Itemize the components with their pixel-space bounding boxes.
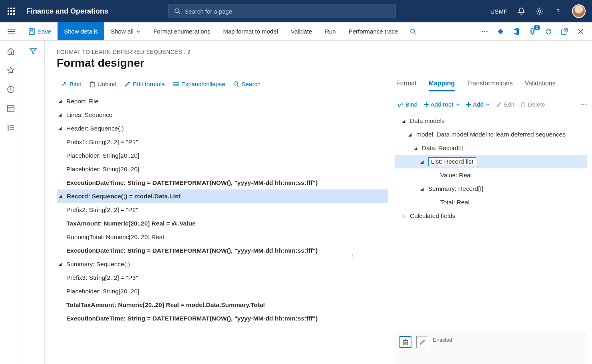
lifecycle-services-button[interactable] xyxy=(496,27,505,36)
app-launcher-button[interactable] xyxy=(0,0,22,22)
tab-validations[interactable]: Validations xyxy=(524,78,555,91)
global-search[interactable] xyxy=(168,4,396,18)
tree-caret-icon: ◢ xyxy=(419,186,425,192)
show-all-button[interactable]: Show all xyxy=(104,22,147,40)
search-icon xyxy=(174,8,181,14)
format-tree-node[interactable]: ExecutionDateTime: String = DATETIMEFORM… xyxy=(57,312,388,325)
tab-mapping[interactable]: Mapping xyxy=(429,78,455,91)
tree-node-label: TotalTaxAmount: Numeric[20..20] Real = m… xyxy=(66,301,269,309)
mapping-tree-node[interactable]: ◢Data: Record[!] xyxy=(395,141,587,155)
refresh-button[interactable] xyxy=(544,27,553,36)
property-edit-button[interactable] xyxy=(416,336,428,348)
delete-button[interactable]: Delete xyxy=(520,101,545,108)
svg-point-13 xyxy=(481,31,483,32)
mapping-overflow-button[interactable] xyxy=(580,103,587,106)
svg-rect-16 xyxy=(498,28,503,34)
tree-node-label: Total: Real xyxy=(440,199,469,206)
environment-label[interactable]: USMF xyxy=(491,8,508,15)
popout-button[interactable] xyxy=(560,27,569,36)
mapping-tree-node[interactable]: Total: Real xyxy=(395,196,587,209)
overflow-menu-button[interactable] xyxy=(480,27,489,36)
format-tree-node[interactable]: Prefix3: String[2..2] = "P3" xyxy=(57,271,388,285)
format-tree-node[interactable]: ◢Report: File xyxy=(57,95,388,108)
format-enum-label: Format enumerations xyxy=(153,28,211,35)
add-button[interactable]: Add xyxy=(466,101,490,108)
property-delete-button[interactable] xyxy=(399,336,411,348)
tree-search-label: Search xyxy=(242,81,261,87)
format-tree-node[interactable]: TaxAmount: Numeric[20..20] Real = @.Valu… xyxy=(57,217,388,230)
office-button[interactable] xyxy=(512,27,521,36)
format-tree-node[interactable]: TotalTaxAmount: Numeric[20..20] Real = m… xyxy=(57,298,388,312)
clock-icon xyxy=(7,85,15,93)
mapping-tree-node[interactable]: ◢Data models xyxy=(395,114,587,128)
format-tree-node[interactable]: Placeholder: String[20..20] xyxy=(57,285,388,298)
format-tree-node[interactable]: Prefix2: String[2..2] = "P2" xyxy=(57,203,388,217)
help-icon[interactable] xyxy=(554,7,562,16)
edit-button[interactable]: Edit xyxy=(496,101,514,108)
tab-format[interactable]: Format xyxy=(396,78,417,91)
svg-point-4 xyxy=(558,13,558,14)
tab-transformations[interactable]: Transformations xyxy=(467,78,513,91)
tree-node-label: Summary: Record[!] xyxy=(428,185,483,192)
property-strip: Enabled xyxy=(395,332,587,364)
svg-point-11 xyxy=(411,29,415,33)
splitter-handle[interactable]: ⋮ xyxy=(350,253,356,259)
save-button[interactable]: Save xyxy=(22,22,58,40)
format-tree-node[interactable]: ExecutionDateTime: String = DATETIMEFORM… xyxy=(57,244,388,257)
mapping-bind-button[interactable]: Bind xyxy=(397,101,417,108)
run-button[interactable]: Run xyxy=(318,22,342,40)
breadcrumb: FORMAT TO LEARN DEFERRED SEQUENCES : 2 xyxy=(57,49,388,55)
edit-formula-button[interactable]: Edit formula xyxy=(125,81,165,87)
notifications-icon[interactable] xyxy=(517,7,526,16)
mapping-tree-node[interactable]: ◢model: Data model Model to learn deferr… xyxy=(395,128,587,141)
attachment-count-badge: 0 xyxy=(534,25,540,30)
trash-icon xyxy=(89,81,95,87)
format-tree-node[interactable]: ◢Header: Sequence(;) xyxy=(57,122,388,135)
format-enumerations-button[interactable]: Format enumerations xyxy=(147,22,217,40)
format-tree-node[interactable]: ◢Lines: Sequence xyxy=(57,108,388,122)
nav-workspaces-button[interactable] xyxy=(7,105,16,113)
format-tree-node[interactable]: ExecutionDateTime: String = DATETIMEFORM… xyxy=(57,176,388,190)
format-tree-node[interactable]: ◢Record: Sequence(;) = model.Data.List xyxy=(57,190,388,203)
chevron-down-icon xyxy=(485,102,490,107)
close-icon xyxy=(578,29,583,34)
tree-search-button[interactable]: Search xyxy=(233,81,261,87)
map-format-button[interactable]: Map format to model xyxy=(217,22,285,40)
pencil-icon xyxy=(496,102,502,107)
unbind-button[interactable]: Unbind xyxy=(89,81,117,87)
mapping-tree-node[interactable]: ▷Calculated fields xyxy=(395,209,587,223)
show-details-button[interactable]: Show details xyxy=(58,22,104,40)
format-tree-node[interactable]: RunningTotal: Numeric[20..20] Real xyxy=(57,230,388,244)
tree-node-label: Data models xyxy=(410,117,445,125)
add-root-button[interactable]: Add root xyxy=(424,101,460,108)
settings-icon[interactable] xyxy=(535,7,544,16)
nav-favorites-button[interactable] xyxy=(7,66,16,75)
bind-label: Bind xyxy=(70,81,81,87)
performance-trace-button[interactable]: Performance trace xyxy=(342,22,404,40)
format-tree-node[interactable]: ◢Summary: Sequence(;) xyxy=(57,257,388,271)
nav-toggle-button[interactable] xyxy=(0,22,22,40)
format-tree-node[interactable]: Prefix1: String[2..2] = "P1" xyxy=(57,135,388,149)
mapping-tree-node[interactable]: Value: Real xyxy=(395,168,587,182)
format-tree-node[interactable]: Placeholder: String[20..20] xyxy=(57,162,388,176)
nav-home-button[interactable] xyxy=(7,47,16,56)
expand-collapse-button[interactable]: Expand/collapse xyxy=(173,81,225,87)
mapping-tree-node[interactable]: ◢Summary: Record[!] xyxy=(395,182,587,196)
mapping-tree-node[interactable]: ◢List: Record list xyxy=(395,155,587,168)
user-avatar[interactable] xyxy=(572,4,586,18)
attachments-button[interactable]: 0 xyxy=(528,27,537,36)
close-button[interactable] xyxy=(576,27,585,36)
mapping-tree: ◢Data models◢model: Data model Model to … xyxy=(395,114,587,223)
nav-modules-button[interactable] xyxy=(7,124,16,133)
format-panel: FORMAT TO LEARN DEFERRED SEQUENCES : 2 F… xyxy=(45,41,388,364)
validate-button[interactable]: Validate xyxy=(284,22,318,40)
mapping-bind-label: Bind xyxy=(405,101,417,108)
format-tree-node[interactable]: Placeholder: String[20..20] xyxy=(57,149,388,162)
nav-recent-button[interactable] xyxy=(7,85,16,94)
global-search-input[interactable] xyxy=(185,8,390,15)
find-button[interactable] xyxy=(404,22,422,40)
bind-button[interactable]: Bind xyxy=(61,81,81,87)
filter-button[interactable] xyxy=(29,47,38,56)
svg-point-43 xyxy=(583,104,584,105)
tree-node-label: List: Record list xyxy=(428,157,476,166)
